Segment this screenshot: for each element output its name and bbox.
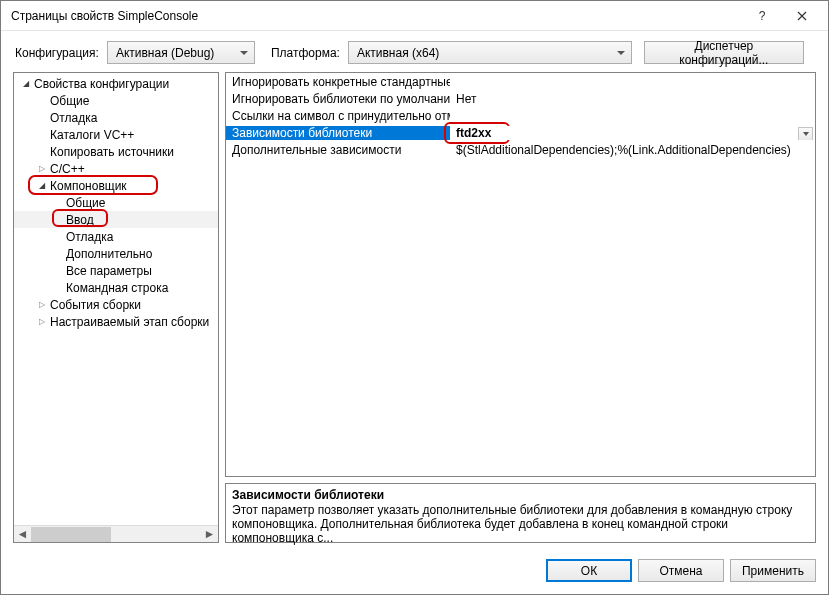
platform-label: Платформа: (271, 46, 340, 60)
scroll-track[interactable] (31, 526, 201, 543)
scroll-thumb[interactable] (31, 527, 111, 542)
property-value[interactable]: ftd2xx (450, 126, 815, 140)
titlebar: Страницы свойств SimpleConsole ? (1, 1, 828, 31)
property-label: Дополнительные зависимости (226, 143, 450, 157)
description-title: Зависимости библиотеки (232, 488, 809, 502)
property-row-3[interactable]: Зависимости библиотекиftd2xx (226, 124, 815, 141)
tree-item-7[interactable]: Общие (14, 194, 218, 211)
property-value[interactable]: $(StlAdditionalDependencies);%(Link.Addi… (450, 143, 815, 157)
close-button[interactable] (782, 2, 822, 30)
property-value[interactable]: Нет (450, 92, 815, 106)
tree-item-10[interactable]: Дополнительно (14, 245, 218, 262)
property-value-text: ftd2xx (456, 126, 491, 140)
platform-value: Активная (x64) (357, 46, 439, 60)
scroll-left-icon[interactable]: ◄ (14, 526, 31, 543)
description-text: Этот параметр позволяет указать дополнит… (232, 503, 809, 545)
tree-item-label: Все параметры (66, 264, 152, 278)
tree-item-label: Отладка (66, 230, 113, 244)
platform-combo[interactable]: Активная (x64) (348, 41, 632, 64)
tree-item-12[interactable]: Командная строка (14, 279, 218, 296)
tree-item-13[interactable]: События сборки (14, 296, 218, 313)
configuration-label: Конфигурация: (15, 46, 99, 60)
property-pages-dialog: Страницы свойств SimpleConsole ? Конфигу… (0, 0, 829, 595)
tree-item-label: C/C++ (50, 162, 85, 176)
tree-item-label: Настраиваемый этап сборки (50, 315, 209, 329)
property-grid[interactable]: Игнорировать конкретные стандартные бИгн… (225, 72, 816, 477)
tree-arrow-icon[interactable] (36, 300, 48, 309)
tree-arrow-icon[interactable] (36, 317, 48, 326)
tree-item-9[interactable]: Отладка (14, 228, 218, 245)
right-pane: Игнорировать конкретные стандартные бИгн… (225, 72, 816, 543)
tree-arrow-icon[interactable] (20, 79, 32, 88)
property-label: Игнорировать конкретные стандартные б (226, 75, 450, 89)
tree-item-label: Ввод (66, 213, 94, 227)
configuration-value: Активная (Debug) (116, 46, 214, 60)
tree-item-label: Каталоги VC++ (50, 128, 134, 142)
tree-item-label: События сборки (50, 298, 141, 312)
configuration-combo[interactable]: Активная (Debug) (107, 41, 255, 64)
apply-button[interactable]: Применить (730, 559, 816, 582)
property-value-text: Нет (456, 92, 476, 106)
ok-button[interactable]: ОК (546, 559, 632, 582)
tree-arrow-icon[interactable] (36, 181, 48, 190)
config-manager-button[interactable]: Диспетчер конфигураций... (644, 41, 804, 64)
tree-scroll: Свойства конфигурацииОбщиеОтладкаКаталог… (14, 73, 218, 525)
tree-item-4[interactable]: Копировать источники (14, 143, 218, 160)
tree-item-label: Общие (66, 196, 105, 210)
tree-item-8[interactable]: Ввод (14, 211, 218, 228)
tree-item-label: Командная строка (66, 281, 168, 295)
tree-item-14[interactable]: Настраиваемый этап сборки (14, 313, 218, 330)
tree-horizontal-scrollbar[interactable]: ◄ ► (14, 525, 218, 542)
chevron-down-icon[interactable] (798, 127, 813, 140)
tree-item-label: Компоновщик (50, 179, 127, 193)
property-row-2[interactable]: Ссылки на символ с принудительно отме (226, 107, 815, 124)
tree-item-label: Свойства конфигурации (34, 77, 169, 91)
window-title: Страницы свойств SimpleConsole (11, 9, 742, 23)
help-button[interactable]: ? (742, 2, 782, 30)
property-row-1[interactable]: Игнорировать библиотеки по умолчаниюНет (226, 90, 815, 107)
config-bar: Конфигурация: Активная (Debug) Платформа… (1, 31, 828, 72)
property-label: Ссылки на символ с принудительно отме (226, 109, 450, 123)
property-label: Игнорировать библиотеки по умолчанию (226, 92, 450, 106)
tree-item-2[interactable]: Отладка (14, 109, 218, 126)
tree-item-5[interactable]: C/C++ (14, 160, 218, 177)
tree-item-11[interactable]: Все параметры (14, 262, 218, 279)
cancel-button[interactable]: Отмена (638, 559, 724, 582)
category-tree[interactable]: Свойства конфигурацииОбщиеОтладкаКаталог… (13, 72, 219, 543)
close-icon (797, 11, 807, 21)
tree-item-label: Копировать источники (50, 145, 174, 159)
main-area: Свойства конфигурацииОбщиеОтладкаКаталог… (1, 72, 828, 551)
tree-item-label: Дополнительно (66, 247, 152, 261)
property-value-text: $(StlAdditionalDependencies);%(Link.Addi… (456, 143, 791, 157)
tree-arrow-icon[interactable] (36, 164, 48, 173)
tree-item-1[interactable]: Общие (14, 92, 218, 109)
dialog-footer: ОК Отмена Применить (1, 551, 828, 594)
property-row-4[interactable]: Дополнительные зависимости$(StlAdditiona… (226, 141, 815, 158)
tree-item-6[interactable]: Компоновщик (14, 177, 218, 194)
property-row-0[interactable]: Игнорировать конкретные стандартные б (226, 73, 815, 90)
description-box: Зависимости библиотеки Этот параметр поз… (225, 483, 816, 543)
scroll-right-icon[interactable]: ► (201, 526, 218, 543)
property-label: Зависимости библиотеки (226, 126, 450, 140)
tree-item-label: Общие (50, 94, 89, 108)
tree-item-0[interactable]: Свойства конфигурации (14, 75, 218, 92)
tree-item-3[interactable]: Каталоги VC++ (14, 126, 218, 143)
tree-item-label: Отладка (50, 111, 97, 125)
